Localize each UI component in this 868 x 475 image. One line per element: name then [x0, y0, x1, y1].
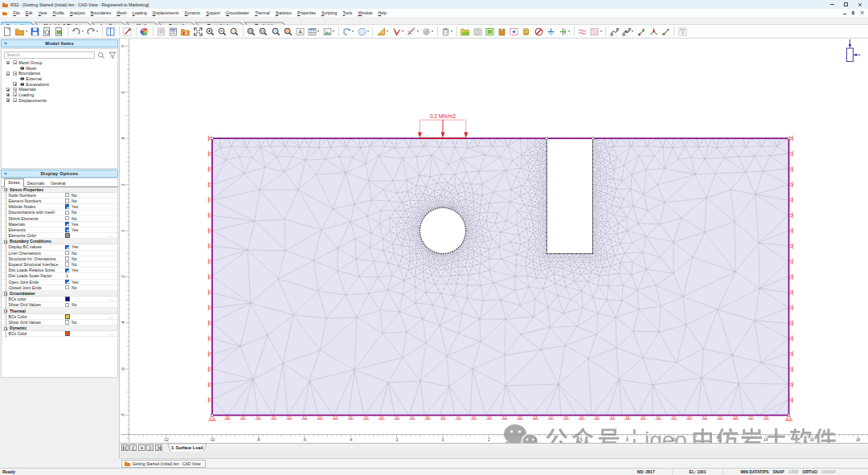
measure-dropdown-icon[interactable]: [387, 31, 388, 32]
edit-polygon-dropdown-icon[interactable]: [367, 31, 369, 32]
grid-row-dist-loads-relative-sizes[interactable]: Dist Loads Relative SizesYes: [2, 268, 117, 273]
menu-analysis[interactable]: Analysis: [67, 10, 88, 15]
expand-box-icon[interactable]: [6, 88, 10, 92]
grid-row-element-numbers[interactable]: Element NumbersNo: [2, 199, 117, 204]
add-text-button[interactable]: A: [294, 26, 306, 38]
undo-dropdown-icon[interactable]: [82, 31, 84, 32]
tree-item-boundaries[interactable]: Boundaries: [2, 71, 117, 76]
display-options-header[interactable]: Display Options: [1, 170, 118, 178]
new-file-button[interactable]: [2, 26, 14, 38]
grid-dropdown-icon[interactable]: [317, 31, 319, 32]
grid-row-open-joint-ends[interactable]: Open Joint EndsYes: [2, 280, 117, 285]
dimension-angle-button[interactable]: [390, 26, 405, 38]
status-snap[interactable]: SNAP: [773, 469, 784, 474]
grid-section-stress-properties[interactable]: Stress Properties: [2, 187, 117, 193]
row-checkbox[interactable]: [65, 216, 69, 220]
tree-item-displacements[interactable]: Displacements: [2, 97, 117, 103]
grid-row-bcs-color[interactable]: BCs Color...: [2, 314, 117, 320]
add-bc-dropdown-icon[interactable]: [568, 31, 570, 32]
collapse-box-icon[interactable]: [6, 72, 10, 76]
tree-item-materials[interactable]: Materials: [2, 87, 117, 92]
grid-row-discretizations-with-mesh[interactable]: Discretizations with meshNo: [2, 210, 117, 215]
row-checkbox[interactable]: [65, 204, 69, 208]
grid-row-shrink-elements[interactable]: Shrink ElementsNo: [2, 215, 117, 221]
grid-row-node-numbers[interactable]: Node NumbersNo: [2, 193, 117, 199]
row-checkbox[interactable]: [65, 211, 69, 215]
visibility-eye-icon[interactable]: [20, 67, 25, 70]
menu-tools[interactable]: Tools: [340, 10, 355, 15]
row-checkbox[interactable]: [65, 280, 69, 284]
row-checkbox[interactable]: [65, 222, 69, 226]
menu-statistics[interactable]: Statistics: [272, 10, 294, 15]
measure-button[interactable]: [375, 26, 391, 38]
move-vertex-button[interactable]: [635, 26, 647, 38]
ellipsis-button[interactable]: ...: [109, 233, 114, 238]
save-button[interactable]: [29, 26, 41, 38]
folder-materials-button[interactable]: [459, 26, 471, 38]
grid-row-show-grid-values[interactable]: Show Grid ValuesNo: [2, 320, 117, 326]
minimize-button[interactable]: [825, 1, 839, 9]
menu-scripting[interactable]: Scripting: [318, 10, 340, 15]
grid-section-groundwater[interactable]: Groundwater: [2, 291, 117, 297]
menu-dynamic[interactable]: Dynamic: [182, 10, 203, 15]
tree-item-mesh-group[interactable]: Mesh Group: [2, 60, 117, 66]
folder-chart-button[interactable]: [179, 26, 191, 38]
tree-item-loading[interactable]: Loading: [2, 92, 117, 98]
excavation-circle[interactable]: [420, 207, 465, 253]
water-table-button[interactable]: [545, 26, 557, 38]
menu-edit[interactable]: Edit: [23, 10, 35, 15]
undo-button[interactable]: [70, 26, 85, 38]
color-swatch[interactable]: [65, 314, 70, 319]
side-panels-button[interactable]: [104, 26, 117, 38]
tree-item-excavations[interactable]: Excavations: [2, 81, 117, 87]
add-image-button[interactable]: [321, 26, 337, 38]
delete-button[interactable]: [440, 26, 455, 38]
tree-item-external[interactable]: External: [2, 76, 117, 82]
edit-polygon-button[interactable]: [356, 26, 371, 38]
tree-item-mesh[interactable]: Mesh: [2, 65, 117, 71]
row-checkbox[interactable]: [65, 251, 69, 255]
grid-section-dynamic[interactable]: Dynamic: [2, 326, 117, 331]
mdi-restore-button[interactable]: [850, 10, 857, 16]
open-file-dropdown-icon[interactable]: [26, 31, 27, 32]
expand-box-icon[interactable]: [13, 82, 17, 86]
menu-file[interactable]: File: [10, 10, 23, 15]
list-gray-button[interactable]: [155, 26, 167, 38]
borehole-button[interactable]: [520, 26, 532, 38]
menu-loading[interactable]: Loading: [129, 10, 149, 15]
dimension-angle-dropdown-icon[interactable]: [402, 31, 403, 32]
sphere-tool-button[interactable]: [420, 26, 436, 38]
tree-dropdown-icon[interactable]: [13, 92, 17, 96]
distributed-load[interactable]: 0.2 MN/m2: [418, 113, 468, 138]
close-button[interactable]: [853, 1, 866, 9]
tree-dropdown-icon[interactable]: [13, 72, 17, 76]
menu-support[interactable]: Support: [203, 10, 223, 15]
menu-displacements[interactable]: Displacements: [149, 10, 182, 15]
color-swatch[interactable]: [65, 233, 70, 238]
display-tab-decimals[interactable]: Decimals: [24, 180, 47, 187]
page-setup-button[interactable]: [53, 26, 65, 38]
target-box-button[interactable]: [508, 26, 520, 38]
grid-row-show-grid-values[interactable]: Show Grid ValuesNo: [2, 302, 117, 308]
row-checkbox[interactable]: [65, 303, 69, 307]
snapshot-button[interactable]: [472, 26, 484, 38]
grid-row-midside-nodes[interactable]: Midside NodesYes: [2, 204, 117, 210]
search-icon[interactable]: [97, 51, 105, 59]
zoom-in-button[interactable]: [204, 26, 216, 38]
expand-box-icon[interactable]: [6, 98, 10, 102]
menu-thermal[interactable]: Thermal: [252, 10, 273, 15]
grid-row-liner-orientations[interactable]: Liner OrientationsNo: [2, 251, 117, 256]
status-grid[interactable]: GRID: [788, 469, 799, 474]
redo-dropdown-icon[interactable]: [96, 31, 98, 32]
zoom-out-button[interactable]: [216, 26, 228, 38]
redo-button[interactable]: [85, 26, 100, 38]
stage-nav-last-button[interactable]: [155, 444, 162, 451]
grid-row-dist-loads-scale-factor[interactable]: Dist Loads Scale Factor1: [2, 273, 117, 279]
row-checkbox[interactable]: [65, 245, 69, 249]
grid-row-bcs-color[interactable]: BCs color...: [2, 297, 117, 302]
grid-section-boundary-conditions[interactable]: Boundary Conditions: [2, 239, 117, 244]
hatch-region-button[interactable]: [588, 26, 604, 38]
status-ortho[interactable]: ORTHO: [802, 469, 817, 474]
ellipsis-button[interactable]: ...: [109, 331, 114, 336]
filter-icon[interactable]: [108, 51, 117, 59]
